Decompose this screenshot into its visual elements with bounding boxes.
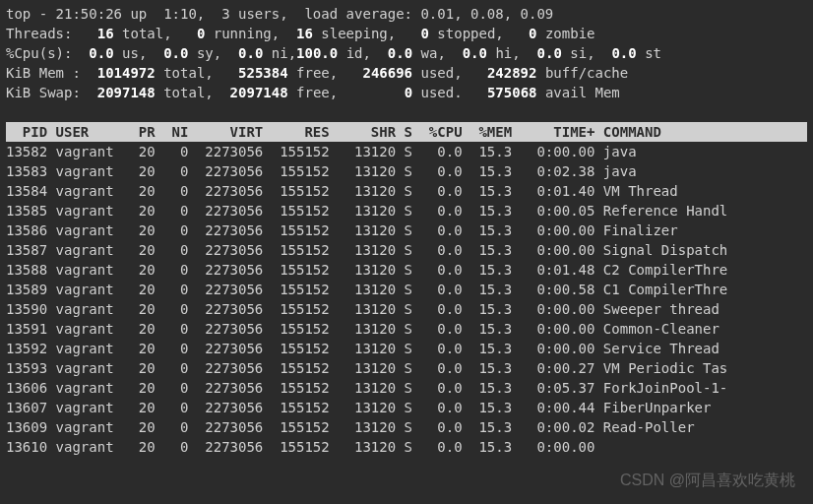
summary-line-threads: Threads: 16 total, 0 running, 16 sleepin…: [6, 24, 807, 43]
summary-line-cpu: %Cpu(s): 0.0 us, 0.0 sy, 0.0 ni,100.0 id…: [6, 43, 807, 63]
column-header[interactable]: PID USER PR NI VIRT RES SHR S %CPU %MEM …: [6, 122, 807, 142]
process-row[interactable]: 13584 vagrant 20 0 2273056 155152 13120 …: [6, 181, 807, 201]
process-row[interactable]: 13593 vagrant 20 0 2273056 155152 13120 …: [6, 358, 807, 378]
process-row[interactable]: 13610 vagrant 20 0 2273056 155152 13120 …: [6, 437, 807, 457]
process-row[interactable]: 13588 vagrant 20 0 2273056 155152 13120 …: [6, 260, 807, 280]
process-row[interactable]: 13607 vagrant 20 0 2273056 155152 13120 …: [6, 398, 807, 417]
process-row[interactable]: 13592 vagrant 20 0 2273056 155152 13120 …: [6, 339, 807, 358]
process-row[interactable]: 13587 vagrant 20 0 2273056 155152 13120 …: [6, 240, 807, 260]
process-list: 13582 vagrant 20 0 2273056 155152 13120 …: [6, 142, 807, 457]
process-row[interactable]: 13583 vagrant 20 0 2273056 155152 13120 …: [6, 161, 807, 181]
summary-line-mem: KiB Mem : 1014972 total, 525384 free, 24…: [6, 63, 807, 83]
process-row[interactable]: 13589 vagrant 20 0 2273056 155152 13120 …: [6, 280, 807, 299]
process-row[interactable]: 13586 vagrant 20 0 2273056 155152 13120 …: [6, 220, 807, 240]
process-row[interactable]: 13590 vagrant 20 0 2273056 155152 13120 …: [6, 299, 807, 319]
process-row[interactable]: 13609 vagrant 20 0 2273056 155152 13120 …: [6, 417, 807, 437]
summary-line-uptime: top - 21:50:26 up 1:10, 3 users, load av…: [6, 4, 807, 24]
blank-line: [6, 102, 807, 122]
process-row[interactable]: 13582 vagrant 20 0 2273056 155152 13120 …: [6, 142, 807, 161]
process-row[interactable]: 13591 vagrant 20 0 2273056 155152 13120 …: [6, 319, 807, 339]
process-row[interactable]: 13606 vagrant 20 0 2273056 155152 13120 …: [6, 378, 807, 398]
top-terminal[interactable]: top - 21:50:26 up 1:10, 3 users, load av…: [0, 0, 813, 461]
watermark-text: CSDN @阿昌喜欢吃黄桃: [620, 471, 795, 490]
summary-line-swap: KiB Swap: 2097148 total, 2097148 free, 0…: [6, 83, 807, 102]
process-row[interactable]: 13585 vagrant 20 0 2273056 155152 13120 …: [6, 201, 807, 220]
